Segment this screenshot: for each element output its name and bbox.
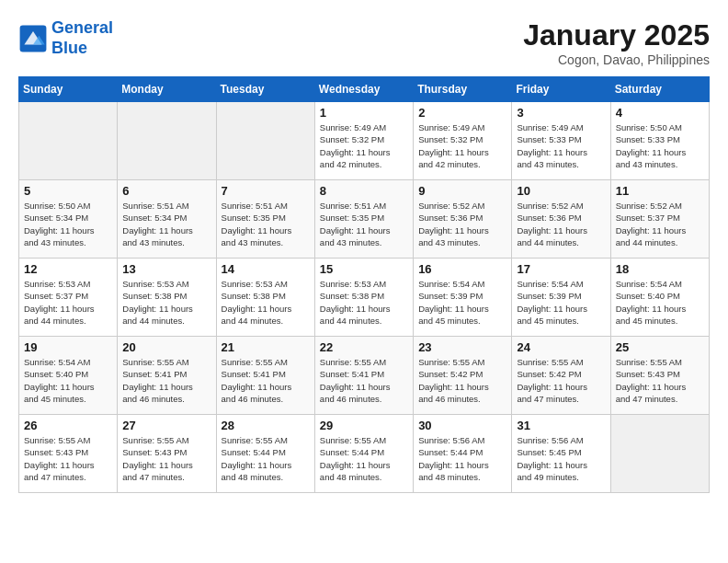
calendar-cell: 13Sunrise: 5:53 AM Sunset: 5:38 PM Dayli…	[118, 259, 216, 337]
day-number: 10	[517, 184, 605, 198]
calendar-cell: 23Sunrise: 5:55 AM Sunset: 5:42 PM Dayli…	[414, 337, 512, 415]
day-info: Sunrise: 5:54 AM Sunset: 5:40 PM Dayligh…	[616, 278, 704, 327]
day-number: 6	[122, 184, 210, 198]
day-info: Sunrise: 5:54 AM Sunset: 5:39 PM Dayligh…	[517, 278, 605, 327]
calendar-week-2: 5Sunrise: 5:50 AM Sunset: 5:34 PM Daylig…	[19, 180, 710, 259]
day-info: Sunrise: 5:55 AM Sunset: 5:44 PM Dayligh…	[222, 434, 310, 483]
day-number: 5	[24, 184, 112, 198]
calendar-cell: 28Sunrise: 5:55 AM Sunset: 5:44 PM Dayli…	[216, 415, 314, 493]
day-info: Sunrise: 5:56 AM Sunset: 5:45 PM Dayligh…	[517, 434, 605, 483]
day-number: 30	[418, 419, 506, 432]
day-info: Sunrise: 5:52 AM Sunset: 5:36 PM Dayligh…	[517, 200, 605, 248]
day-info: Sunrise: 5:52 AM Sunset: 5:36 PM Dayligh…	[418, 200, 506, 248]
calendar-cell: 20Sunrise: 5:55 AM Sunset: 5:41 PM Dayli…	[118, 337, 216, 415]
day-number: 1	[320, 106, 408, 120]
calendar-cell: 19Sunrise: 5:54 AM Sunset: 5:40 PM Dayli…	[19, 337, 118, 415]
day-info: Sunrise: 5:56 AM Sunset: 5:44 PM Dayligh…	[418, 434, 506, 483]
day-info: Sunrise: 5:49 AM Sunset: 5:33 PM Dayligh…	[517, 121, 605, 170]
calendar-week-1: 1Sunrise: 5:49 AM Sunset: 5:32 PM Daylig…	[19, 102, 710, 180]
day-info: Sunrise: 5:55 AM Sunset: 5:42 PM Dayligh…	[418, 356, 506, 405]
calendar-cell: 16Sunrise: 5:54 AM Sunset: 5:39 PM Dayli…	[414, 259, 512, 337]
day-info: Sunrise: 5:51 AM Sunset: 5:35 PM Dayligh…	[320, 200, 408, 248]
day-info: Sunrise: 5:55 AM Sunset: 5:41 PM Dayligh…	[122, 356, 210, 405]
calendar-cell: 7Sunrise: 5:51 AM Sunset: 5:35 PM Daylig…	[216, 180, 314, 259]
day-number: 7	[222, 184, 310, 198]
day-info: Sunrise: 5:51 AM Sunset: 5:34 PM Dayligh…	[122, 200, 210, 248]
day-info: Sunrise: 5:53 AM Sunset: 5:38 PM Dayligh…	[222, 278, 310, 327]
calendar-cell: 29Sunrise: 5:55 AM Sunset: 5:44 PM Dayli…	[314, 415, 413, 493]
calendar-cell	[610, 415, 709, 493]
weekday-header-row: SundayMondayTuesdayWednesdayThursdayFrid…	[19, 77, 710, 102]
logo-icon	[18, 24, 48, 53]
page-header: General Blue January 2025 Cogon, Davao, …	[18, 18, 710, 67]
logo: General Blue	[18, 18, 113, 58]
calendar-cell: 17Sunrise: 5:54 AM Sunset: 5:39 PM Dayli…	[512, 259, 610, 337]
day-number: 4	[616, 106, 704, 120]
weekday-header-tuesday: Tuesday	[216, 77, 314, 102]
day-info: Sunrise: 5:53 AM Sunset: 5:38 PM Dayligh…	[320, 278, 408, 327]
calendar-cell: 15Sunrise: 5:53 AM Sunset: 5:38 PM Dayli…	[314, 259, 413, 337]
day-number: 20	[122, 340, 210, 354]
weekday-header-thursday: Thursday	[414, 77, 512, 102]
day-number: 21	[222, 340, 310, 354]
calendar-cell: 8Sunrise: 5:51 AM Sunset: 5:35 PM Daylig…	[314, 180, 413, 259]
day-number: 25	[616, 340, 704, 354]
calendar-cell: 1Sunrise: 5:49 AM Sunset: 5:32 PM Daylig…	[314, 102, 413, 180]
day-info: Sunrise: 5:55 AM Sunset: 5:44 PM Dayligh…	[320, 434, 408, 483]
day-info: Sunrise: 5:54 AM Sunset: 5:40 PM Dayligh…	[24, 356, 112, 405]
calendar-cell: 10Sunrise: 5:52 AM Sunset: 5:36 PM Dayli…	[512, 180, 610, 259]
logo-blue: Blue	[51, 39, 87, 57]
day-number: 9	[418, 184, 506, 198]
day-info: Sunrise: 5:49 AM Sunset: 5:32 PM Dayligh…	[320, 121, 408, 170]
calendar-cell: 30Sunrise: 5:56 AM Sunset: 5:44 PM Dayli…	[414, 415, 512, 493]
day-number: 2	[418, 106, 506, 120]
calendar-cell: 6Sunrise: 5:51 AM Sunset: 5:34 PM Daylig…	[118, 180, 216, 259]
day-info: Sunrise: 5:55 AM Sunset: 5:43 PM Dayligh…	[616, 356, 704, 405]
day-number: 22	[320, 340, 408, 354]
logo-general: General	[51, 18, 113, 37]
calendar-cell: 24Sunrise: 5:55 AM Sunset: 5:42 PM Dayli…	[512, 337, 610, 415]
weekday-header-friday: Friday	[512, 77, 610, 102]
calendar-cell	[118, 102, 216, 180]
weekday-header-sunday: Sunday	[19, 77, 118, 102]
logo-text: General Blue	[51, 18, 113, 58]
day-number: 18	[616, 262, 704, 276]
calendar-cell	[19, 102, 118, 180]
day-number: 11	[616, 184, 704, 198]
day-number: 3	[517, 106, 605, 120]
day-info: Sunrise: 5:53 AM Sunset: 5:37 PM Dayligh…	[24, 278, 112, 327]
calendar-cell: 12Sunrise: 5:53 AM Sunset: 5:37 PM Dayli…	[19, 259, 118, 337]
calendar-cell: 31Sunrise: 5:56 AM Sunset: 5:45 PM Dayli…	[512, 415, 610, 493]
day-info: Sunrise: 5:54 AM Sunset: 5:39 PM Dayligh…	[418, 278, 506, 327]
day-number: 14	[222, 262, 310, 276]
day-info: Sunrise: 5:50 AM Sunset: 5:34 PM Dayligh…	[24, 200, 112, 248]
day-number: 15	[320, 262, 408, 276]
day-info: Sunrise: 5:55 AM Sunset: 5:41 PM Dayligh…	[320, 356, 408, 405]
calendar-cell: 11Sunrise: 5:52 AM Sunset: 5:37 PM Dayli…	[610, 180, 709, 259]
month-title: January 2025	[523, 18, 710, 52]
day-number: 8	[320, 184, 408, 198]
calendar-cell: 9Sunrise: 5:52 AM Sunset: 5:36 PM Daylig…	[414, 180, 512, 259]
day-info: Sunrise: 5:50 AM Sunset: 5:33 PM Dayligh…	[616, 121, 704, 170]
calendar-cell: 21Sunrise: 5:55 AM Sunset: 5:41 PM Dayli…	[216, 337, 314, 415]
day-number: 16	[418, 262, 506, 276]
day-number: 29	[320, 419, 408, 432]
day-info: Sunrise: 5:51 AM Sunset: 5:35 PM Dayligh…	[222, 200, 310, 248]
day-info: Sunrise: 5:49 AM Sunset: 5:32 PM Dayligh…	[418, 121, 506, 170]
calendar-cell: 18Sunrise: 5:54 AM Sunset: 5:40 PM Dayli…	[610, 259, 709, 337]
day-info: Sunrise: 5:55 AM Sunset: 5:41 PM Dayligh…	[222, 356, 310, 405]
calendar-cell: 22Sunrise: 5:55 AM Sunset: 5:41 PM Dayli…	[314, 337, 413, 415]
calendar-cell: 3Sunrise: 5:49 AM Sunset: 5:33 PM Daylig…	[512, 102, 610, 180]
calendar-table: SundayMondayTuesdayWednesdayThursdayFrid…	[18, 76, 710, 493]
day-info: Sunrise: 5:55 AM Sunset: 5:42 PM Dayligh…	[517, 356, 605, 405]
day-info: Sunrise: 5:55 AM Sunset: 5:43 PM Dayligh…	[122, 434, 210, 483]
calendar-cell: 4Sunrise: 5:50 AM Sunset: 5:33 PM Daylig…	[610, 102, 709, 180]
day-number: 26	[24, 419, 112, 432]
calendar-cell: 27Sunrise: 5:55 AM Sunset: 5:43 PM Dayli…	[118, 415, 216, 493]
day-number: 19	[24, 340, 112, 354]
day-number: 13	[122, 262, 210, 276]
day-info: Sunrise: 5:52 AM Sunset: 5:37 PM Dayligh…	[616, 200, 704, 248]
weekday-header-saturday: Saturday	[610, 77, 709, 102]
calendar-cell: 5Sunrise: 5:50 AM Sunset: 5:34 PM Daylig…	[19, 180, 118, 259]
calendar-cell: 25Sunrise: 5:55 AM Sunset: 5:43 PM Dayli…	[610, 337, 709, 415]
